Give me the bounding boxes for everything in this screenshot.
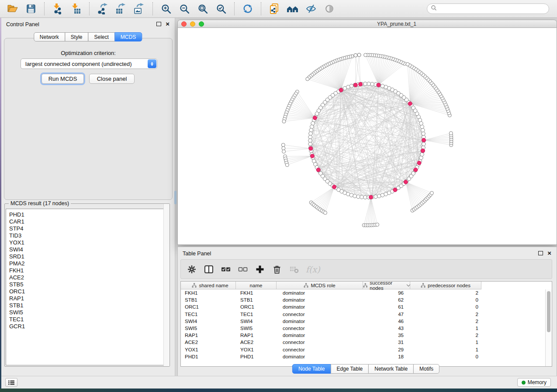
mcds-result-item[interactable]: PMA2 [6, 260, 168, 267]
mcds-hub-node[interactable] [339, 88, 343, 92]
memory-button[interactable]: Memory [517, 378, 551, 387]
network-window-titlebar[interactable]: YPA_prune.txt_1 [177, 20, 557, 28]
deselect-all-icon[interactable] [238, 264, 248, 275]
export-table-icon[interactable] [113, 1, 129, 16]
float-panel-icon[interactable] [156, 22, 161, 26]
table-row[interactable]: YOX1YOX1connector291 [181, 346, 552, 353]
select-all-icon[interactable] [221, 264, 231, 275]
mcds-result-item[interactable]: STP4 [6, 225, 168, 232]
delete-column-icon[interactable] [272, 264, 282, 275]
open-folder-icon[interactable] [4, 1, 21, 16]
import-network-icon[interactable] [49, 1, 66, 16]
panel-splitter-handle[interactable] [174, 191, 176, 204]
tab-node-table[interactable]: Node Table [292, 364, 331, 374]
table-scrollbar[interactable] [545, 289, 552, 366]
search-field[interactable] [427, 3, 549, 14]
table-row[interactable]: ACE2ACE2connector311 [181, 339, 552, 346]
tab-network-table[interactable]: Network Table [368, 364, 414, 374]
table-row[interactable]: RAP1RAP1dominator352 [181, 332, 552, 339]
mcds-result-item[interactable]: YOX1 [6, 239, 168, 246]
mcds-hub-node[interactable] [353, 83, 357, 87]
table-row[interactable]: TEC1TEC1connector472 [181, 311, 552, 318]
copy-network-icon[interactable] [266, 1, 283, 16]
mcds-result-item[interactable]: ACE2 [6, 274, 168, 281]
show-eye-icon[interactable] [321, 1, 338, 16]
search-input[interactable] [439, 5, 545, 12]
mcds-hub-node[interactable] [332, 185, 336, 189]
mcds-result-item[interactable]: CAR1 [6, 218, 168, 225]
mcds-result-item[interactable]: RAP1 [6, 295, 168, 302]
mcds-hub-node[interactable] [310, 154, 314, 158]
mcds-hub-node[interactable] [316, 168, 320, 172]
mcds-result-item[interactable]: ORC1 [6, 288, 168, 295]
mcds-result-item[interactable]: SWI4 [6, 246, 168, 253]
column-header-successor-nodes[interactable]: successor nodes [363, 282, 410, 289]
mcds-hub-node[interactable] [422, 138, 426, 142]
column-header-shared-name[interactable]: shared name [181, 282, 236, 289]
save-icon[interactable] [23, 1, 39, 16]
zoom-in-icon[interactable] [158, 1, 174, 16]
table-row[interactable]: ORC1ORC1dominator610 [181, 303, 552, 310]
mcds-hub-node[interactable] [404, 180, 408, 184]
table-scrollbar-thumb[interactable] [547, 291, 550, 332]
mcds-hub-node[interactable] [417, 161, 421, 165]
float-panel-icon[interactable] [538, 251, 543, 255]
table-row[interactable]: SWI4SWI4dominator462 [181, 318, 552, 325]
network-graph[interactable] [178, 28, 557, 244]
tab-edge-table[interactable]: Edge Table [330, 364, 369, 374]
mcds-result-item[interactable]: SWI5 [6, 309, 168, 316]
tab-network[interactable]: Network [34, 32, 65, 41]
memory-status-icon [522, 381, 526, 385]
mcds-result-item[interactable]: GCR1 [6, 323, 168, 330]
column-header-name[interactable]: name [236, 282, 277, 289]
mcds-hub-node[interactable] [421, 149, 425, 153]
column-view-icon[interactable] [204, 264, 214, 275]
mcds-result-item[interactable]: STB5 [6, 281, 168, 288]
add-column-icon[interactable] [255, 264, 265, 275]
table-row[interactable]: SWI5SWI5connector431 [181, 325, 552, 332]
mcds-hub-node[interactable] [309, 147, 313, 151]
run-mcds-button[interactable]: Run MCDS [42, 74, 84, 84]
mcds-result-item[interactable]: PHD1 [6, 211, 168, 218]
table-cell: SWI5 [236, 326, 277, 331]
task-history-icon[interactable] [5, 378, 17, 387]
criterion-dropdown[interactable]: largest connected component (undirected) [21, 58, 157, 69]
tab-select[interactable]: Select [88, 32, 115, 41]
mcds-list-scrollbar[interactable] [163, 204, 170, 366]
close-panel-button[interactable]: Close panel [89, 74, 135, 84]
tab-style[interactable]: Style [65, 32, 89, 41]
hide-eye-icon[interactable] [303, 1, 319, 16]
zoom-fit-icon[interactable] [194, 1, 211, 16]
export-image-icon[interactable] [131, 1, 148, 16]
close-panel-icon[interactable]: × [547, 251, 551, 255]
mcds-hub-node[interactable] [369, 195, 373, 199]
column-header-mcds-role[interactable]: MCDS role [277, 282, 363, 289]
zoom-out-icon[interactable] [176, 1, 193, 16]
table-row[interactable]: STB1STB1dominator620 [181, 296, 552, 303]
mcds-result-item[interactable]: SRD1 [6, 253, 168, 260]
refresh-icon[interactable] [239, 1, 256, 16]
column-header-predecessor-nodes[interactable]: predecessor nodes [410, 282, 481, 289]
mcds-result-item[interactable]: TID3 [6, 232, 168, 239]
zoom-selected-icon[interactable] [213, 1, 229, 16]
mcds-result-list[interactable]: PHD1CAR1STP4TID3YOX1SWI4SRD1PMA2FKH1ACE2… [6, 209, 169, 365]
table-row[interactable]: PHD1PHD1dominator180 [181, 353, 552, 360]
table-settings-gear-icon[interactable] [187, 264, 197, 275]
mcds-hub-node[interactable] [393, 188, 397, 192]
export-network-icon[interactable] [94, 1, 111, 16]
mcds-hub-node[interactable] [408, 102, 412, 106]
mcds-hub-node[interactable] [414, 168, 418, 172]
tab-motifs[interactable]: Motifs [413, 364, 439, 374]
tab-mcds[interactable]: MCDS [114, 32, 142, 41]
mcds-result-item[interactable]: FKH1 [6, 267, 168, 274]
mcds-hub-node[interactable] [377, 83, 381, 87]
mcds-hub-node[interactable] [359, 82, 363, 86]
neighbors-icon[interactable] [284, 1, 301, 16]
close-panel-icon[interactable]: × [166, 22, 170, 26]
table-row[interactable]: FKH1FKH1dominator962 [181, 289, 552, 296]
mcds-hub-node[interactable] [313, 116, 317, 120]
mcds-result-item[interactable]: STB1 [6, 302, 168, 309]
network-canvas[interactable] [177, 28, 557, 245]
import-table-icon[interactable] [68, 1, 84, 16]
mcds-result-item[interactable]: TEC1 [6, 316, 168, 323]
